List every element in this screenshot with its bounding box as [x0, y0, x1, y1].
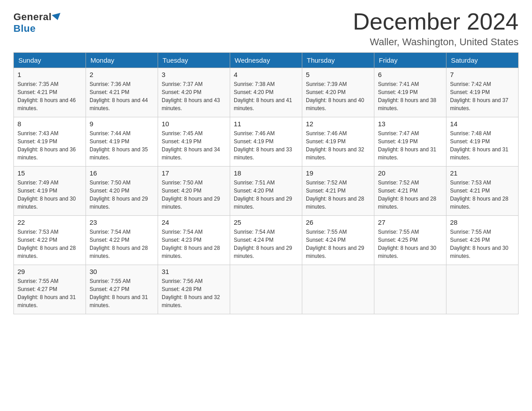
weekday-header-monday: Monday: [86, 53, 158, 68]
calendar-cell: 6Sunrise: 7:41 AMSunset: 4:19 PMDaylight…: [374, 68, 446, 117]
day-number: 5: [306, 71, 370, 78]
day-number: 23: [90, 218, 154, 226]
day-number: 6: [378, 71, 442, 78]
calendar-cell: 10Sunrise: 7:45 AMSunset: 4:19 PMDayligh…: [158, 117, 230, 167]
day-info: Sunrise: 7:54 AMSunset: 4:24 PMDaylight:…: [234, 228, 298, 260]
calendar-cell: 7Sunrise: 7:42 AMSunset: 4:19 PMDaylight…: [446, 68, 519, 117]
day-number: 22: [17, 218, 82, 226]
calendar-cell: 2Sunrise: 7:36 AMSunset: 4:21 PMDaylight…: [86, 68, 158, 117]
calendar-cell: 30Sunrise: 7:55 AMSunset: 4:27 PMDayligh…: [86, 265, 158, 314]
day-info: Sunrise: 7:54 AMSunset: 4:23 PMDaylight:…: [162, 228, 226, 260]
day-number: 20: [378, 169, 442, 177]
day-number: 7: [450, 71, 515, 78]
day-info: Sunrise: 7:53 AMSunset: 4:21 PMDaylight:…: [450, 179, 515, 211]
calendar-cell: 13Sunrise: 7:47 AMSunset: 4:19 PMDayligh…: [374, 117, 446, 167]
day-info: Sunrise: 7:38 AMSunset: 4:20 PMDaylight:…: [234, 80, 298, 112]
calendar-cell: 25Sunrise: 7:54 AMSunset: 4:24 PMDayligh…: [230, 216, 302, 265]
day-number: 16: [90, 169, 154, 177]
weekday-header-thursday: Thursday: [302, 53, 374, 68]
calendar-cell: [230, 265, 302, 314]
logo: General Blue: [13, 11, 61, 34]
day-number: 18: [234, 169, 298, 177]
day-number: 19: [306, 169, 370, 177]
weekday-header-row: SundayMondayTuesdayWednesdayThursdayFrid…: [14, 53, 519, 68]
day-number: 11: [234, 120, 298, 128]
day-info: Sunrise: 7:55 AMSunset: 4:26 PMDaylight:…: [450, 228, 515, 260]
day-number: 1: [17, 71, 82, 78]
week-row-2: 8Sunrise: 7:43 AMSunset: 4:19 PMDaylight…: [14, 117, 519, 167]
day-info: Sunrise: 7:41 AMSunset: 4:19 PMDaylight:…: [378, 80, 442, 112]
day-info: Sunrise: 7:54 AMSunset: 4:22 PMDaylight:…: [90, 228, 154, 260]
day-info: Sunrise: 7:46 AMSunset: 4:19 PMDaylight:…: [234, 129, 298, 162]
title-block: December 2024 Waller, Washington, United…: [353, 9, 519, 48]
calendar-cell: 26Sunrise: 7:55 AMSunset: 4:24 PMDayligh…: [302, 216, 374, 265]
calendar-cell: 31Sunrise: 7:56 AMSunset: 4:28 PMDayligh…: [158, 265, 230, 314]
calendar-cell: 14Sunrise: 7:48 AMSunset: 4:19 PMDayligh…: [446, 117, 519, 167]
calendar-cell: 22Sunrise: 7:53 AMSunset: 4:22 PMDayligh…: [14, 216, 86, 265]
calendar-cell: 9Sunrise: 7:44 AMSunset: 4:19 PMDaylight…: [86, 117, 158, 167]
day-info: Sunrise: 7:43 AMSunset: 4:19 PMDaylight:…: [17, 129, 82, 162]
day-number: 26: [306, 218, 370, 226]
weekday-header-saturday: Saturday: [446, 53, 519, 68]
day-number: 9: [90, 120, 154, 128]
day-info: Sunrise: 7:48 AMSunset: 4:19 PMDaylight:…: [450, 129, 515, 162]
day-number: 25: [234, 218, 298, 226]
day-number: 31: [162, 268, 226, 275]
calendar-cell: 5Sunrise: 7:39 AMSunset: 4:20 PMDaylight…: [302, 68, 374, 117]
calendar-cell: 12Sunrise: 7:46 AMSunset: 4:19 PMDayligh…: [302, 117, 374, 167]
day-info: Sunrise: 7:47 AMSunset: 4:19 PMDaylight:…: [378, 129, 442, 162]
week-row-4: 22Sunrise: 7:53 AMSunset: 4:22 PMDayligh…: [14, 216, 519, 265]
day-info: Sunrise: 7:52 AMSunset: 4:21 PMDaylight:…: [378, 179, 442, 211]
calendar-cell: [446, 265, 519, 314]
weekday-header-tuesday: Tuesday: [158, 53, 230, 68]
day-number: 8: [17, 120, 82, 128]
weekday-header-friday: Friday: [374, 53, 446, 68]
calendar-cell: 19Sunrise: 7:52 AMSunset: 4:21 PMDayligh…: [302, 167, 374, 216]
weekday-header-wednesday: Wednesday: [230, 53, 302, 68]
day-info: Sunrise: 7:52 AMSunset: 4:21 PMDaylight:…: [306, 179, 370, 211]
day-info: Sunrise: 7:39 AMSunset: 4:20 PMDaylight:…: [306, 80, 370, 112]
day-number: 27: [378, 218, 442, 226]
day-info: Sunrise: 7:46 AMSunset: 4:19 PMDaylight:…: [306, 129, 370, 162]
calendar-cell: 23Sunrise: 7:54 AMSunset: 4:22 PMDayligh…: [86, 216, 158, 265]
day-number: 17: [162, 169, 226, 177]
calendar-cell: 27Sunrise: 7:55 AMSunset: 4:25 PMDayligh…: [374, 216, 446, 265]
calendar-cell: 8Sunrise: 7:43 AMSunset: 4:19 PMDaylight…: [14, 117, 86, 167]
calendar-cell: 15Sunrise: 7:49 AMSunset: 4:19 PMDayligh…: [14, 167, 86, 216]
day-info: Sunrise: 7:49 AMSunset: 4:19 PMDaylight:…: [17, 179, 82, 211]
week-row-3: 15Sunrise: 7:49 AMSunset: 4:19 PMDayligh…: [14, 167, 519, 216]
day-info: Sunrise: 7:50 AMSunset: 4:20 PMDaylight:…: [90, 179, 154, 211]
calendar-cell: 21Sunrise: 7:53 AMSunset: 4:21 PMDayligh…: [446, 167, 519, 216]
day-info: Sunrise: 7:55 AMSunset: 4:27 PMDaylight:…: [90, 277, 154, 309]
day-number: 2: [90, 71, 154, 78]
day-info: Sunrise: 7:50 AMSunset: 4:20 PMDaylight:…: [162, 179, 226, 211]
calendar-cell: 17Sunrise: 7:50 AMSunset: 4:20 PMDayligh…: [158, 167, 230, 216]
calendar-cell: 1Sunrise: 7:35 AMSunset: 4:21 PMDaylight…: [14, 68, 86, 117]
week-row-5: 29Sunrise: 7:55 AMSunset: 4:27 PMDayligh…: [14, 265, 519, 314]
location-title: Waller, Washington, United States: [353, 36, 519, 48]
day-info: Sunrise: 7:51 AMSunset: 4:20 PMDaylight:…: [234, 179, 298, 211]
day-number: 14: [450, 120, 515, 128]
logo-blue: Blue: [13, 23, 36, 34]
day-info: Sunrise: 7:37 AMSunset: 4:20 PMDaylight:…: [162, 80, 226, 112]
day-info: Sunrise: 7:42 AMSunset: 4:19 PMDaylight:…: [450, 80, 515, 112]
calendar-cell: 29Sunrise: 7:55 AMSunset: 4:27 PMDayligh…: [14, 265, 86, 314]
day-number: 3: [162, 71, 226, 78]
day-info: Sunrise: 7:56 AMSunset: 4:28 PMDaylight:…: [162, 277, 226, 309]
calendar-cell: 4Sunrise: 7:38 AMSunset: 4:20 PMDaylight…: [230, 68, 302, 117]
day-number: 21: [450, 169, 515, 177]
day-info: Sunrise: 7:55 AMSunset: 4:24 PMDaylight:…: [306, 228, 370, 260]
calendar-cell: 11Sunrise: 7:46 AMSunset: 4:19 PMDayligh…: [230, 117, 302, 167]
calendar-cell: 3Sunrise: 7:37 AMSunset: 4:20 PMDaylight…: [158, 68, 230, 117]
calendar-cell: [302, 265, 374, 314]
calendar-cell: 16Sunrise: 7:50 AMSunset: 4:20 PMDayligh…: [86, 167, 158, 216]
day-info: Sunrise: 7:35 AMSunset: 4:21 PMDaylight:…: [17, 80, 82, 112]
day-number: 4: [234, 71, 298, 78]
calendar-cell: 24Sunrise: 7:54 AMSunset: 4:23 PMDayligh…: [158, 216, 230, 265]
day-number: 30: [90, 268, 154, 275]
day-info: Sunrise: 7:53 AMSunset: 4:22 PMDaylight:…: [17, 228, 82, 260]
day-info: Sunrise: 7:55 AMSunset: 4:25 PMDaylight:…: [378, 228, 442, 260]
day-number: 29: [17, 268, 82, 275]
calendar-cell: [374, 265, 446, 314]
day-number: 13: [378, 120, 442, 128]
